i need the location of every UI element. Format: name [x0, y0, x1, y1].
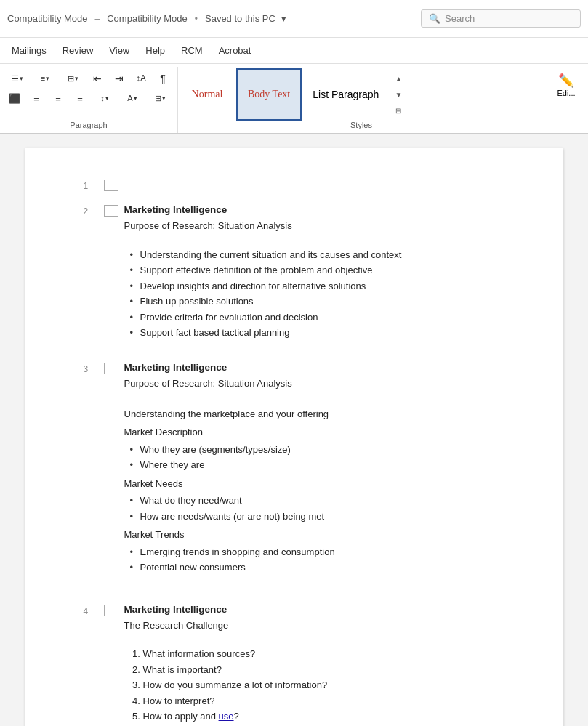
- align-center-btn[interactable]: ≡: [26, 89, 47, 107]
- slide-3-market-desc: Market Description: [124, 425, 505, 440]
- menu-view[interactable]: View: [102, 41, 137, 60]
- borders-icon: ⊞: [155, 94, 161, 103]
- menu-help[interactable]: Help: [138, 41, 172, 60]
- sort-btn[interactable]: ↕A: [131, 70, 151, 87]
- slide-1: 1: [84, 177, 505, 193]
- slide-3-market-trends: Market Trends: [124, 528, 505, 542]
- list-multilevel-icon: ⊞: [68, 74, 74, 84]
- edit-icon: ✏️: [558, 73, 574, 89]
- slide-4-subtitle: The Research Challenge: [124, 618, 505, 633]
- chevron-icon[interactable]: ▾: [281, 13, 286, 24]
- list-multilevel-chevron: ▾: [75, 75, 78, 82]
- style-list-paragraph-label: List Paragraph: [313, 89, 379, 100]
- slide-2-bullet-2: Support effective definition of the prob…: [130, 263, 505, 278]
- scroll-expand-btn[interactable]: ⊟: [392, 103, 405, 118]
- search-box[interactable]: 🔍 Search: [421, 9, 581, 28]
- slide-4: 4 Marketing Intelligence The Research Ch…: [84, 602, 505, 727]
- menu-review[interactable]: Review: [55, 41, 101, 60]
- slide-2-bullet-3: Develop insights and direction for alter…: [130, 279, 505, 294]
- edit-btn[interactable]: ✏️ Edi...: [552, 70, 579, 100]
- search-icon: 🔍: [429, 13, 440, 24]
- justify-icon: ≡: [77, 93, 83, 104]
- slide-3-content: Marketing Intelligence Purpose of Resear…: [124, 360, 505, 578]
- styles-section: Normal Body Text List Paragraph ▲ ▼ ⊟ St…: [178, 67, 544, 133]
- slide-4-num-4: How to interpret?: [143, 694, 505, 709]
- paragraph-section: ☰ ▾ ≡ ▾ ⊞ ▾ ⇤ ⇥ ↕A: [0, 67, 178, 133]
- slide-3-title: Marketing Intelligence: [124, 360, 505, 375]
- compat-suffix-label: Compatibility Mode: [107, 13, 188, 24]
- style-body-text-label: Body Text: [248, 89, 290, 100]
- slide-4-num: 4: [84, 602, 104, 618]
- style-list-paragraph[interactable]: List Paragraph: [302, 68, 390, 121]
- slide-4-title: Marketing Intelligence: [124, 602, 505, 617]
- show-formatting-btn[interactable]: ¶: [153, 70, 173, 87]
- styles-label: Styles: [178, 121, 544, 132]
- increase-indent-icon: ⇥: [115, 73, 124, 84]
- shading-icon: A: [127, 94, 132, 102]
- title-bar: Compatibility Mode – Compatibility Mode …: [0, 0, 588, 38]
- styles-scroll: ▲ ▼ ⊟: [390, 70, 406, 119]
- list-number-btn[interactable]: ≡ ▾: [32, 70, 58, 87]
- slide-4-numbered: What information sources? What is import…: [130, 647, 505, 724]
- search-placeholder: Search: [445, 13, 475, 24]
- slide-2-thumb[interactable]: [104, 205, 118, 217]
- paragraph-tools: ☰ ▾ ≡ ▾ ⊞ ▾ ⇤ ⇥ ↕A: [4, 70, 173, 107]
- borders-chevron: ▾: [162, 94, 166, 102]
- slide-3-subtitle: Purpose of Research: Situation Analysis: [124, 376, 505, 391]
- shading-btn[interactable]: A ▾: [119, 89, 145, 107]
- list-number-chevron: ▾: [46, 75, 49, 82]
- align-right-icon: ≡: [55, 93, 61, 104]
- slide-3-thumb[interactable]: [104, 363, 118, 374]
- paragraph-row-1: ☰ ▾ ≡ ▾ ⊞ ▾ ⇤ ⇥ ↕A: [4, 70, 173, 87]
- align-right-btn[interactable]: ≡: [48, 89, 68, 107]
- slide-3: 3 Marketing Intelligence Purpose of Rese…: [84, 360, 505, 578]
- slide-1-thumb[interactable]: [104, 180, 118, 191]
- slide-2-bullets: Understanding the current situation and …: [130, 248, 505, 340]
- align-left-icon: ⬛: [9, 93, 20, 104]
- decrease-indent-icon: ⇤: [93, 73, 102, 84]
- scroll-up-btn[interactable]: ▲: [392, 71, 405, 86]
- paragraph-label: Paragraph: [4, 121, 173, 132]
- slide-2-bullet-6: Support fact based tactical planning: [130, 326, 505, 340]
- align-center-icon: ≡: [33, 93, 39, 104]
- slide-3-market-trends-bullets: Emerging trends in shopping and consumpt…: [130, 545, 505, 575]
- style-normal[interactable]: Normal: [178, 68, 236, 121]
- styles-row: Normal Body Text List Paragraph ▲ ▼ ⊟: [178, 68, 544, 121]
- slide-3-mn-bullet-1: What do they need/want: [130, 493, 505, 508]
- style-body-text[interactable]: Body Text: [236, 68, 302, 121]
- list-bullet-chevron: ▾: [20, 75, 23, 82]
- slide-3-md-bullet-1: Who they are (segments/types/size): [130, 443, 505, 457]
- slide-3-mn-bullet-2: How are needs/wants (or are not) being m…: [130, 509, 505, 524]
- use-link[interactable]: use: [219, 711, 234, 722]
- separator-dot-2: •: [195, 14, 198, 24]
- slide-2-subtitle: Purpose of Research: Situation Analysis: [124, 219, 505, 233]
- list-multilevel-btn[interactable]: ⊞ ▾: [60, 70, 86, 87]
- scroll-down-btn[interactable]: ▼: [392, 87, 405, 102]
- slide-2-title: Marketing Intelligence: [124, 203, 505, 217]
- slide-2-num: 2: [84, 203, 104, 218]
- decrease-indent-btn[interactable]: ⇤: [87, 70, 108, 87]
- menu-acrobat[interactable]: Acrobat: [212, 41, 259, 60]
- increase-indent-btn[interactable]: ⇥: [109, 70, 129, 87]
- slide-3-market-needs: Market Needs: [124, 477, 505, 491]
- title-bar-left: Compatibility Mode – Compatibility Mode …: [7, 13, 421, 24]
- align-left-btn[interactable]: ⬛: [4, 89, 25, 107]
- sort-icon: ↕A: [136, 73, 146, 84]
- slide-4-thumb[interactable]: [104, 605, 118, 616]
- slide-2-bullet-5: Provide criteria for evaluation and deci…: [130, 310, 505, 325]
- justify-btn[interactable]: ≡: [70, 89, 90, 107]
- borders-btn[interactable]: ⊞ ▾: [147, 89, 173, 107]
- paragraph-row-2: ⬛ ≡ ≡ ≡ ↕ ▾ A ▾: [4, 89, 173, 107]
- line-spacing-btn[interactable]: ↕ ▾: [92, 89, 118, 107]
- list-number-icon: ≡: [41, 74, 45, 83]
- slide-4-num-3: How do you summarize a lot of informatio…: [143, 678, 505, 693]
- slide-2-bullet-1: Understanding the current situation and …: [130, 248, 505, 262]
- document-page[interactable]: 1 2 Marketing Intelligence Purpose of Re…: [25, 148, 563, 726]
- list-bullet-icon: ☰: [12, 74, 19, 84]
- list-bullet-btn[interactable]: ☰ ▾: [4, 70, 31, 87]
- menu-mailings[interactable]: Mailings: [4, 41, 54, 60]
- menu-bar: Mailings Review View Help RCM Acrobat: [0, 38, 588, 64]
- line-spacing-chevron: ▾: [105, 94, 109, 102]
- menu-rcm[interactable]: RCM: [174, 41, 210, 60]
- line-spacing-icon: ↕: [100, 94, 105, 102]
